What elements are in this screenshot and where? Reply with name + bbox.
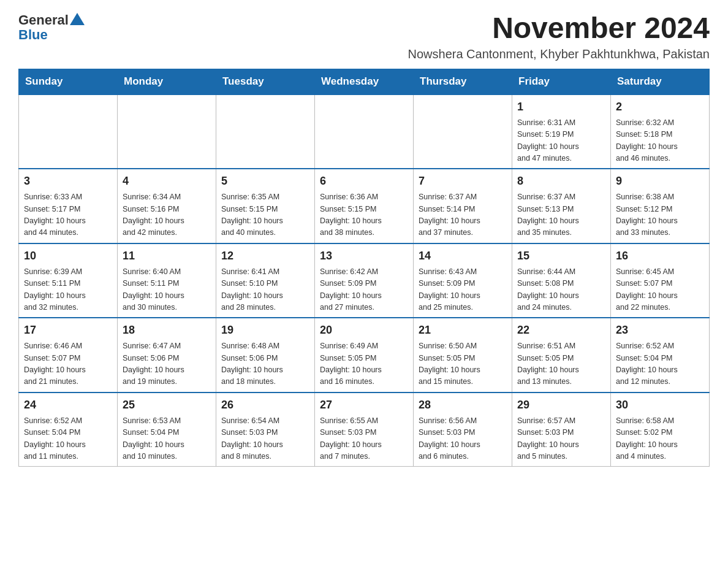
- calendar-cell: 7Sunrise: 6:37 AM Sunset: 5:14 PM Daylig…: [414, 169, 512, 243]
- day-number: 4: [123, 173, 211, 190]
- calendar-week-row: 10Sunrise: 6:39 AM Sunset: 5:11 PM Dayli…: [19, 243, 710, 318]
- day-info: Sunrise: 6:56 AM Sunset: 5:03 PM Dayligh…: [419, 415, 507, 463]
- day-number: 30: [616, 397, 704, 413]
- day-info: Sunrise: 6:52 AM Sunset: 5:04 PM Dayligh…: [616, 340, 704, 388]
- calendar-cell: [118, 94, 216, 169]
- weekday-header-thursday: Thursday: [414, 69, 512, 94]
- day-number: 16: [616, 248, 704, 264]
- day-number: 26: [221, 397, 309, 413]
- day-info: Sunrise: 6:33 AM Sunset: 5:17 PM Dayligh…: [24, 191, 112, 239]
- calendar-cell: 2Sunrise: 6:32 AM Sunset: 5:18 PM Daylig…: [611, 94, 710, 169]
- calendar-cell: 19Sunrise: 6:48 AM Sunset: 5:06 PM Dayli…: [216, 318, 315, 393]
- calendar-cell: [216, 94, 315, 169]
- day-number: 20: [320, 322, 408, 339]
- page-header: General Blue November 2024 Nowshera Cant…: [18, 12, 710, 61]
- calendar-cell: 17Sunrise: 6:46 AM Sunset: 5:07 PM Dayli…: [19, 318, 118, 393]
- day-info: Sunrise: 6:31 AM Sunset: 5:19 PM Dayligh…: [517, 117, 605, 165]
- day-info: Sunrise: 6:37 AM Sunset: 5:13 PM Dayligh…: [517, 191, 605, 239]
- day-number: 14: [419, 248, 507, 264]
- day-info: Sunrise: 6:52 AM Sunset: 5:04 PM Dayligh…: [24, 415, 112, 463]
- calendar-cell: 9Sunrise: 6:38 AM Sunset: 5:12 PM Daylig…: [611, 169, 710, 243]
- calendar-cell: 26Sunrise: 6:54 AM Sunset: 5:03 PM Dayli…: [216, 393, 315, 467]
- weekday-header-row: SundayMondayTuesdayWednesdayThursdayFrid…: [19, 69, 710, 94]
- calendar-week-row: 24Sunrise: 6:52 AM Sunset: 5:04 PM Dayli…: [19, 393, 710, 467]
- day-number: 29: [517, 397, 605, 413]
- day-number: 23: [616, 322, 704, 339]
- day-number: 11: [123, 248, 211, 264]
- day-info: Sunrise: 6:46 AM Sunset: 5:07 PM Dayligh…: [24, 340, 112, 388]
- day-number: 12: [221, 248, 309, 264]
- calendar-cell: 10Sunrise: 6:39 AM Sunset: 5:11 PM Dayli…: [19, 243, 118, 318]
- weekday-header-saturday: Saturday: [611, 69, 710, 94]
- calendar-table: SundayMondayTuesdayWednesdayThursdayFrid…: [18, 69, 710, 467]
- day-number: 10: [24, 248, 112, 264]
- calendar-cell: 4Sunrise: 6:34 AM Sunset: 5:16 PM Daylig…: [118, 169, 216, 243]
- day-info: Sunrise: 6:37 AM Sunset: 5:14 PM Dayligh…: [419, 191, 507, 239]
- calendar-week-row: 3Sunrise: 6:33 AM Sunset: 5:17 PM Daylig…: [19, 169, 710, 243]
- weekday-header-tuesday: Tuesday: [216, 69, 315, 94]
- day-number: 2: [616, 99, 704, 115]
- day-info: Sunrise: 6:41 AM Sunset: 5:10 PM Dayligh…: [221, 266, 309, 314]
- calendar-cell: 14Sunrise: 6:43 AM Sunset: 5:09 PM Dayli…: [414, 243, 512, 318]
- day-number: 22: [517, 322, 605, 339]
- calendar-cell: 3Sunrise: 6:33 AM Sunset: 5:17 PM Daylig…: [19, 169, 118, 243]
- calendar-cell: 1Sunrise: 6:31 AM Sunset: 5:19 PM Daylig…: [512, 94, 611, 169]
- day-info: Sunrise: 6:38 AM Sunset: 5:12 PM Dayligh…: [616, 191, 704, 239]
- weekday-header-wednesday: Wednesday: [315, 69, 414, 94]
- day-number: 24: [24, 397, 112, 413]
- calendar-cell: 22Sunrise: 6:51 AM Sunset: 5:05 PM Dayli…: [512, 318, 611, 393]
- calendar-cell: 11Sunrise: 6:40 AM Sunset: 5:11 PM Dayli…: [118, 243, 216, 318]
- title-section: November 2024 Nowshera Cantonment, Khybe…: [408, 12, 710, 61]
- calendar-cell: 18Sunrise: 6:47 AM Sunset: 5:06 PM Dayli…: [118, 318, 216, 393]
- day-info: Sunrise: 6:36 AM Sunset: 5:15 PM Dayligh…: [320, 191, 408, 239]
- weekday-header-monday: Monday: [118, 69, 216, 94]
- day-info: Sunrise: 6:42 AM Sunset: 5:09 PM Dayligh…: [320, 266, 408, 314]
- calendar-cell: 13Sunrise: 6:42 AM Sunset: 5:09 PM Dayli…: [315, 243, 414, 318]
- calendar-body: 1Sunrise: 6:31 AM Sunset: 5:19 PM Daylig…: [19, 94, 710, 467]
- day-info: Sunrise: 6:55 AM Sunset: 5:03 PM Dayligh…: [320, 415, 408, 463]
- calendar-cell: 25Sunrise: 6:53 AM Sunset: 5:04 PM Dayli…: [118, 393, 216, 467]
- day-info: Sunrise: 6:58 AM Sunset: 5:02 PM Dayligh…: [616, 415, 704, 463]
- day-info: Sunrise: 6:53 AM Sunset: 5:04 PM Dayligh…: [123, 415, 211, 463]
- day-number: 19: [221, 322, 309, 339]
- day-number: 27: [320, 397, 408, 413]
- calendar-cell: 29Sunrise: 6:57 AM Sunset: 5:03 PM Dayli…: [512, 393, 611, 467]
- day-info: Sunrise: 6:48 AM Sunset: 5:06 PM Dayligh…: [221, 340, 309, 388]
- calendar-cell: 5Sunrise: 6:35 AM Sunset: 5:15 PM Daylig…: [216, 169, 315, 243]
- page-subtitle: Nowshera Cantonment, Khyber Pakhtunkhwa,…: [408, 47, 710, 61]
- calendar-cell: 27Sunrise: 6:55 AM Sunset: 5:03 PM Dayli…: [315, 393, 414, 467]
- calendar-cell: 21Sunrise: 6:50 AM Sunset: 5:05 PM Dayli…: [414, 318, 512, 393]
- day-number: 13: [320, 248, 408, 264]
- day-info: Sunrise: 6:54 AM Sunset: 5:03 PM Dayligh…: [221, 415, 309, 463]
- calendar-week-row: 17Sunrise: 6:46 AM Sunset: 5:07 PM Dayli…: [19, 318, 710, 393]
- day-info: Sunrise: 6:44 AM Sunset: 5:08 PM Dayligh…: [517, 266, 605, 314]
- calendar-cell: 20Sunrise: 6:49 AM Sunset: 5:05 PM Dayli…: [315, 318, 414, 393]
- weekday-header-friday: Friday: [512, 69, 611, 94]
- calendar-cell: 30Sunrise: 6:58 AM Sunset: 5:02 PM Dayli…: [611, 393, 710, 467]
- calendar-cell: 24Sunrise: 6:52 AM Sunset: 5:04 PM Dayli…: [19, 393, 118, 467]
- calendar-cell: [19, 94, 118, 169]
- page-title: November 2024: [408, 12, 710, 45]
- day-number: 18: [123, 322, 211, 339]
- logo: General Blue: [18, 12, 85, 43]
- day-info: Sunrise: 6:43 AM Sunset: 5:09 PM Dayligh…: [419, 266, 507, 314]
- day-info: Sunrise: 6:40 AM Sunset: 5:11 PM Dayligh…: [123, 266, 211, 314]
- day-info: Sunrise: 6:47 AM Sunset: 5:06 PM Dayligh…: [123, 340, 211, 388]
- calendar-cell: 16Sunrise: 6:45 AM Sunset: 5:07 PM Dayli…: [611, 243, 710, 318]
- calendar-header: SundayMondayTuesdayWednesdayThursdayFrid…: [19, 69, 710, 94]
- day-number: 6: [320, 173, 408, 190]
- day-info: Sunrise: 6:35 AM Sunset: 5:15 PM Dayligh…: [221, 191, 309, 239]
- calendar-cell: 15Sunrise: 6:44 AM Sunset: 5:08 PM Dayli…: [512, 243, 611, 318]
- day-info: Sunrise: 6:39 AM Sunset: 5:11 PM Dayligh…: [24, 266, 112, 314]
- day-number: 25: [123, 397, 211, 413]
- calendar-cell: 28Sunrise: 6:56 AM Sunset: 5:03 PM Dayli…: [414, 393, 512, 467]
- weekday-header-sunday: Sunday: [19, 69, 118, 94]
- calendar-cell: 12Sunrise: 6:41 AM Sunset: 5:10 PM Dayli…: [216, 243, 315, 318]
- day-info: Sunrise: 6:32 AM Sunset: 5:18 PM Dayligh…: [616, 117, 704, 165]
- day-number: 15: [517, 248, 605, 264]
- logo-text-blue: Blue: [18, 27, 48, 43]
- calendar-cell: 8Sunrise: 6:37 AM Sunset: 5:13 PM Daylig…: [512, 169, 611, 243]
- day-number: 1: [517, 99, 605, 115]
- day-info: Sunrise: 6:49 AM Sunset: 5:05 PM Dayligh…: [320, 340, 408, 388]
- day-number: 17: [24, 322, 112, 339]
